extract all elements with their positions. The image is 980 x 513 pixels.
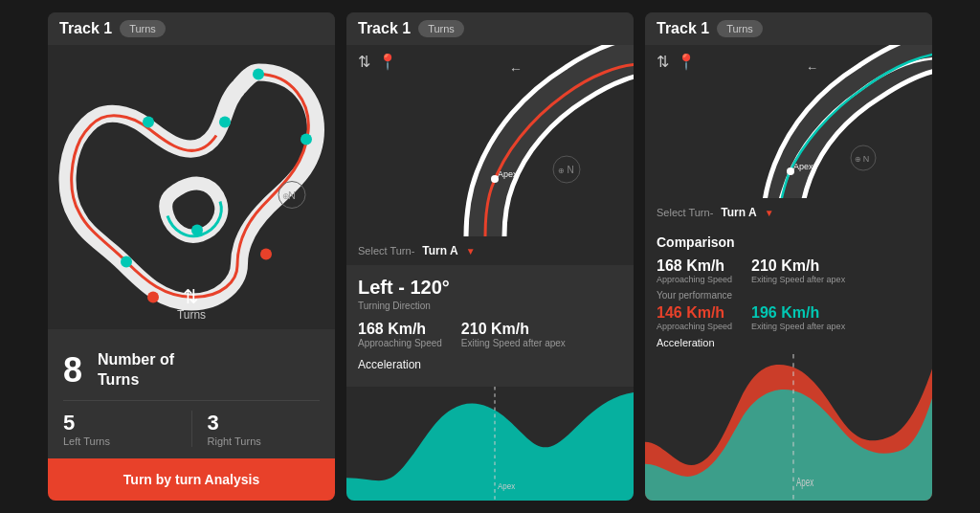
- svg-text:N: N: [863, 154, 870, 164]
- turn-map-3[interactable]: ⇅ 📍 ← Apex N ⊕: [645, 45, 932, 198]
- screen2-header: Track 1 Turns: [346, 12, 634, 45]
- approaching-speed: 168 Km/h Approaching Speed: [358, 321, 442, 348]
- turn-direction: Left - 120°: [358, 277, 622, 299]
- exiting-speed-lbl: Exiting Speed after apex: [461, 338, 566, 348]
- screen3-title: Track 1: [657, 20, 709, 37]
- dropdown-arrow-3[interactable]: ▼: [765, 208, 774, 218]
- turn-analysis-button[interactable]: Turn by turn Analysis: [48, 458, 335, 501]
- svg-text:Apex: Apex: [796, 476, 814, 488]
- turning-direction-label: Turning Direction: [358, 301, 622, 311]
- svg-text:Apex: Apex: [793, 162, 813, 171]
- ref-exiting-val: 210 Km/h: [751, 257, 845, 275]
- svg-text:←: ←: [806, 60, 818, 75]
- left-turns-label: Left Turns: [63, 435, 176, 447]
- select-turn-value-3[interactable]: Turn A: [721, 206, 756, 219]
- your-approaching: 146 Km/h Approaching Speed: [657, 304, 732, 331]
- svg-point-4: [191, 225, 203, 236]
- svg-point-0: [253, 69, 264, 80]
- ref-exiting-lbl: Exiting Speed after apex: [751, 275, 845, 284]
- your-speeds: 146 Km/h Approaching Speed 196 Km/h Exit…: [657, 304, 921, 331]
- svg-text:⊕: ⊕: [282, 191, 290, 201]
- turns-icon: ⇅: [183, 285, 199, 308]
- screen3-header: Track 1 Turns: [645, 12, 932, 45]
- chart-svg-2: Apex: [346, 387, 634, 501]
- your-perf-label: Your performance: [657, 290, 921, 301]
- your-exiting-val: 196 Km/h: [751, 304, 845, 322]
- screen1-title: Track 1: [59, 20, 112, 37]
- ref-exiting: 210 Km/h Exiting Speed after apex: [751, 257, 845, 284]
- map-icon-1: ⇅: [358, 53, 370, 71]
- turns-icon-label: ⇅ Turns: [177, 285, 206, 322]
- your-approaching-lbl: Approaching Speed: [657, 322, 732, 331]
- exiting-speed-val: 210 Km/h: [461, 321, 566, 338]
- speed-row: 168 Km/h Approaching Speed 210 Km/h Exit…: [358, 321, 622, 348]
- approaching-speed-lbl: Approaching Speed: [358, 338, 442, 348]
- comparison-chart: Apex: [645, 354, 932, 501]
- turns-description: Number of Turns: [98, 350, 174, 390]
- left-turns-num: 5: [63, 411, 176, 435]
- map-icons-row-3: ⇅ 📍: [657, 53, 696, 71]
- turns-label: Turns: [177, 308, 206, 322]
- ref-speeds: 168 Km/h Approaching Speed 210 Km/h Exit…: [657, 257, 921, 284]
- comparison-section: Comparison 168 Km/h Approaching Speed 21…: [645, 227, 932, 354]
- screen2-title: Track 1: [358, 20, 411, 37]
- map-icon-3b: 📍: [677, 53, 696, 71]
- svg-point-6: [260, 249, 272, 260]
- screen1-tab[interactable]: Turns: [120, 20, 166, 37]
- select-turn-value-2[interactable]: Turn A: [422, 244, 457, 257]
- map-icon-3a: ⇅: [657, 53, 669, 71]
- svg-point-3: [301, 134, 312, 145]
- turns-count: 8: [63, 350, 82, 390]
- acceleration-chart-2: Apex: [346, 387, 634, 501]
- select-turn-label-2: Select Turn-: [358, 245, 414, 256]
- screen3-tab[interactable]: Turns: [717, 20, 763, 37]
- screens-container: Track 1 Turns: [38, 3, 942, 510]
- screen-1: Track 1 Turns: [48, 12, 335, 501]
- svg-text:Apex: Apex: [498, 480, 516, 491]
- right-turns-label: Right Turns: [208, 435, 321, 447]
- number-of-turns: 8 Number of Turns: [63, 341, 320, 401]
- track-map[interactable]: N ⊕ ⇅ Turns: [48, 45, 335, 329]
- svg-text:⊕: ⊕: [558, 167, 565, 175]
- approaching-speed-val: 168 Km/h: [358, 321, 442, 338]
- ref-approaching-val: 168 Km/h: [657, 257, 732, 275]
- screen-2: Track 1 Turns ⇅ 📍 ← A: [346, 12, 634, 501]
- select-turn-label-3: Select Turn-: [657, 207, 713, 218]
- screen2-tab[interactable]: Turns: [418, 20, 464, 37]
- map-icons-row: ⇅ 📍: [358, 53, 397, 71]
- screen-3: Track 1 Turns ⇅ 📍 ← Apex: [645, 12, 932, 501]
- turn-map[interactable]: ⇅ 📍 ← Apex N ⊕: [346, 45, 634, 236]
- svg-point-5: [121, 256, 132, 268]
- chart-svg-3: Apex: [645, 354, 932, 501]
- ref-approaching-lbl: Approaching Speed: [657, 275, 732, 284]
- sub-stats: 5 Left Turns 3 Right Turns: [63, 401, 320, 447]
- your-exiting: 196 Km/h Exiting Speed after apex: [751, 304, 845, 331]
- svg-text:Apex: Apex: [498, 169, 518, 179]
- exiting-speed: 210 Km/h Exiting Speed after apex: [461, 321, 566, 348]
- dropdown-arrow-2[interactable]: ▼: [466, 246, 476, 256]
- acceleration-label-2: Acceleration: [358, 358, 622, 371]
- comparison-title: Comparison: [657, 234, 921, 250]
- turn-map-svg: ← Apex N ⊕: [346, 45, 634, 236]
- screen1-header: Track 1 Turns: [48, 12, 335, 45]
- svg-text:⊕: ⊕: [855, 155, 861, 164]
- svg-text:←: ←: [509, 61, 523, 77]
- svg-text:N: N: [567, 165, 573, 175]
- select-turn-row-2: Select Turn- Turn A ▼: [346, 236, 634, 265]
- stats-section: 8 Number of Turns 5 Left Turns 3 Right T…: [48, 329, 335, 458]
- turn-info: Left - 120° Turning Direction 168 Km/h A…: [346, 265, 634, 387]
- acceleration-label-3: Acceleration: [657, 337, 921, 348]
- svg-point-7: [147, 292, 159, 303]
- your-exiting-lbl: Exiting Speed after apex: [751, 322, 845, 331]
- left-turns-stat: 5 Left Turns: [63, 411, 192, 447]
- right-turns-num: 3: [208, 411, 321, 435]
- svg-point-1: [143, 117, 154, 128]
- svg-point-2: [219, 117, 231, 128]
- map-icon-2: 📍: [378, 53, 397, 71]
- right-turns-stat: 3 Right Turns: [192, 411, 321, 447]
- your-approaching-val: 146 Km/h: [657, 304, 732, 322]
- select-turn-row-3: Select Turn- Turn A ▼: [645, 198, 932, 227]
- ref-approaching: 168 Km/h Approaching Speed: [657, 257, 732, 284]
